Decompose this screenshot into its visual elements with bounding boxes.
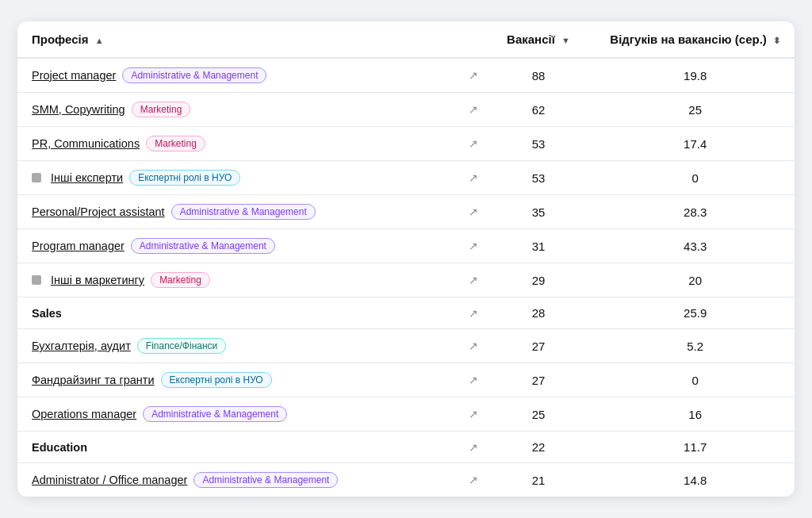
profession-cell-1: SMM, CopywritingMarketing xyxy=(17,93,461,127)
profession-cell-2: PR, CommunicationsMarketing xyxy=(17,127,461,161)
external-link-cell-10: ↗ xyxy=(461,397,481,432)
profession-tag-3[interactable]: Експертні ролі в НУО xyxy=(129,170,240,186)
external-link-cell-0: ↗ xyxy=(461,58,481,93)
external-link-cell-2: ↗ xyxy=(461,127,481,161)
table-row: Program managerAdministrative & Manageme… xyxy=(17,229,795,263)
profession-name-5[interactable]: Program manager xyxy=(32,240,124,252)
profession-cell-4: Personal/Project assistantAdministrative… xyxy=(17,195,461,229)
profession-tag-8[interactable]: Finance/Фінанси xyxy=(137,338,226,354)
table-row: Sales↗2825.9 xyxy=(17,297,795,329)
vacancies-cell-0: 88 xyxy=(481,58,596,93)
table-row: Education↗2211.7 xyxy=(17,432,795,463)
vacancies-cell-11: 22 xyxy=(481,432,596,463)
profession-name-1[interactable]: SMM, Copywriting xyxy=(32,103,125,116)
profession-name-2[interactable]: PR, Communications xyxy=(32,137,140,150)
profession-name-8[interactable]: Бухгалтерія, аудит xyxy=(32,340,131,352)
responses-cell-6: 20 xyxy=(596,263,795,297)
responses-cell-7: 25.9 xyxy=(596,297,795,329)
external-link-cell-1: ↗ xyxy=(461,93,481,127)
external-link-icon-2[interactable]: ↗ xyxy=(469,137,478,150)
profession-name-4[interactable]: Personal/Project assistant xyxy=(32,205,165,218)
responses-cell-4: 28.3 xyxy=(596,195,795,229)
table-row: Фандрайзинг та грантиЕкспертні ролі в НУ… xyxy=(17,363,795,397)
vacancies-cell-3: 53 xyxy=(481,161,596,195)
profession-tag-4[interactable]: Administrative & Management xyxy=(171,204,316,220)
external-link-icon-8[interactable]: ↗ xyxy=(469,340,478,352)
table-row: Project managerAdministrative & Manageme… xyxy=(17,58,795,93)
table-header-row: Професія ▲ Вакансії ▼ Відгуків на ваканс… xyxy=(17,21,795,58)
profession-tag-10[interactable]: Administrative & Management xyxy=(143,406,287,422)
profession-tag-0[interactable]: Administrative & Management xyxy=(122,67,266,83)
responses-cell-9: 0 xyxy=(596,363,795,397)
external-link-icon-12[interactable]: ↗ xyxy=(469,474,478,486)
profession-name-11: Education xyxy=(32,441,87,454)
profession-cell-7: Sales xyxy=(17,297,461,329)
profession-tag-12[interactable]: Administrative & Management xyxy=(193,472,338,488)
vacancies-cell-12: 21 xyxy=(481,463,596,497)
profession-tag-9[interactable]: Експертні ролі в НУО xyxy=(161,372,272,388)
table-row: Administrator / Office managerAdministra… xyxy=(17,463,795,497)
table-row: Інші в маркетингуMarketing↗2920 xyxy=(17,263,795,297)
profession-tag-1[interactable]: Marketing xyxy=(132,102,191,117)
external-link-cell-3: ↗ xyxy=(461,161,481,195)
external-link-icon-4[interactable]: ↗ xyxy=(469,205,478,218)
external-link-icon-7[interactable]: ↗ xyxy=(469,307,478,320)
external-link-cell-7: ↗ xyxy=(461,297,481,329)
profession-name-6[interactable]: Інші в маркетингу xyxy=(51,274,144,286)
profession-tag-5[interactable]: Administrative & Management xyxy=(131,238,275,254)
vacancies-cell-6: 29 xyxy=(481,263,596,297)
responses-cell-3: 0 xyxy=(596,161,795,195)
profession-name-10[interactable]: Operations manager xyxy=(32,408,136,420)
external-link-cell-8: ↗ xyxy=(461,329,481,363)
col-header-profession: Професія ▲ xyxy=(17,21,461,58)
responses-cell-2: 17.4 xyxy=(596,127,795,161)
profession-cell-11: Education xyxy=(17,432,461,463)
profession-cell-5: Program managerAdministrative & Manageme… xyxy=(17,229,461,263)
profession-cell-8: Бухгалтерія, аудитFinance/Фінанси xyxy=(17,329,461,363)
profession-tag-2[interactable]: Marketing xyxy=(146,136,205,152)
sort-icon-profession[interactable]: ▲ xyxy=(95,36,104,45)
vacancies-cell-1: 62 xyxy=(481,93,596,127)
profession-name-9[interactable]: Фандрайзинг та гранти xyxy=(32,374,155,386)
external-link-icon-10[interactable]: ↗ xyxy=(469,408,478,420)
vacancies-cell-5: 31 xyxy=(481,229,596,263)
responses-cell-8: 5.2 xyxy=(596,329,795,363)
profession-cell-10: Operations managerAdministrative & Manag… xyxy=(17,397,461,432)
table-row: Operations managerAdministrative & Manag… xyxy=(17,397,795,432)
vacancies-cell-7: 28 xyxy=(481,297,596,329)
external-link-cell-11: ↗ xyxy=(461,432,481,463)
external-link-icon-6[interactable]: ↗ xyxy=(469,274,478,286)
vacancies-cell-9: 27 xyxy=(481,363,596,397)
col-header-link xyxy=(461,21,481,58)
col-header-responses: Відгуків на вакансію (сер.) ⬍ xyxy=(596,21,795,58)
profession-cell-6: Інші в маркетингуMarketing xyxy=(17,263,461,297)
external-link-icon-9[interactable]: ↗ xyxy=(469,374,478,386)
responses-cell-5: 43.3 xyxy=(596,229,795,263)
responses-cell-1: 25 xyxy=(596,93,795,127)
profession-name-12[interactable]: Administrator / Office manager xyxy=(32,474,187,486)
profession-table: Професія ▲ Вакансії ▼ Відгуків на ваканс… xyxy=(17,21,795,497)
table-row: Бухгалтерія, аудитFinance/Фінанси↗275.2 xyxy=(17,329,795,363)
external-link-icon-1[interactable]: ↗ xyxy=(469,103,478,116)
external-link-cell-12: ↗ xyxy=(461,463,481,497)
responses-cell-0: 19.8 xyxy=(596,58,795,93)
sort-icon-vacancies[interactable]: ▼ xyxy=(561,36,570,45)
external-link-icon-0[interactable]: ↗ xyxy=(469,69,478,82)
table-row: Personal/Project assistantAdministrative… xyxy=(17,195,795,229)
col-header-vacancies: Вакансії ▼ xyxy=(481,21,596,58)
profession-tag-6[interactable]: Marketing xyxy=(151,272,210,288)
sort-icon-responses[interactable]: ⬍ xyxy=(773,36,780,46)
profession-name-7: Sales xyxy=(32,307,62,320)
external-link-cell-9: ↗ xyxy=(461,363,481,397)
external-link-icon-11[interactable]: ↗ xyxy=(469,441,478,454)
external-link-icon-5[interactable]: ↗ xyxy=(469,240,478,252)
profession-cell-9: Фандрайзинг та грантиЕкспертні ролі в НУ… xyxy=(17,363,461,397)
responses-cell-12: 14.8 xyxy=(596,463,795,497)
external-link-cell-6: ↗ xyxy=(461,263,481,297)
profession-name-3[interactable]: Інші експерти xyxy=(51,171,123,184)
profession-name-0[interactable]: Project manager xyxy=(32,69,116,82)
external-link-icon-3[interactable]: ↗ xyxy=(469,171,478,184)
vacancies-cell-2: 53 xyxy=(481,127,596,161)
main-table-container: Професія ▲ Вакансії ▼ Відгуків на ваканс… xyxy=(17,21,795,497)
vacancies-cell-4: 35 xyxy=(481,195,596,229)
